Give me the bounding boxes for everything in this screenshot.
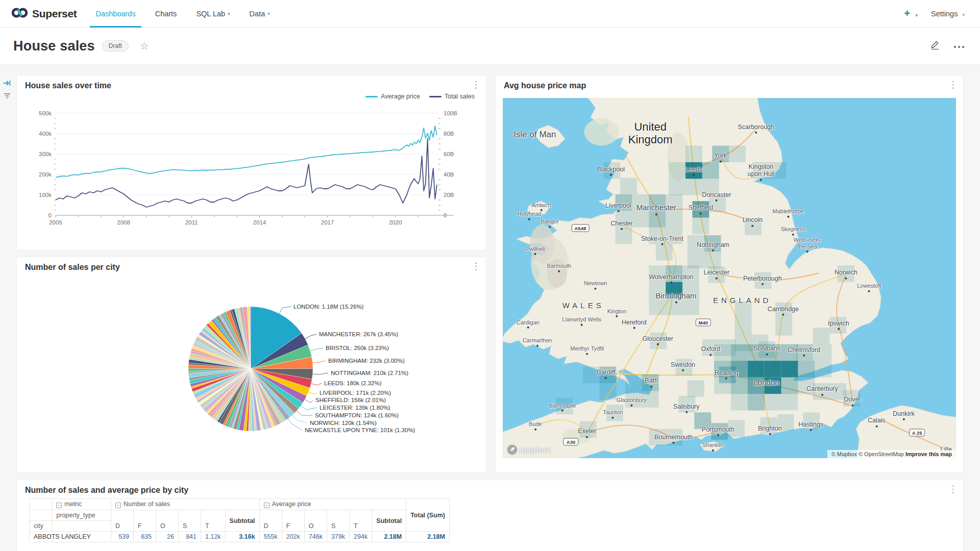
map-label-london: London: [754, 378, 779, 387]
svg-text:2017: 2017: [321, 219, 334, 226]
collapse-icon[interactable]: –: [264, 503, 270, 508]
map-label-cardiff: Cardiff: [597, 369, 616, 379]
row-city: ABBOTS LANGLEY: [30, 532, 111, 542]
more-options-icon[interactable]: [953, 41, 965, 51]
map-label-exeter: Exeter: [578, 428, 596, 438]
map-city-dot: [700, 213, 702, 215]
col-header-o: O: [304, 510, 327, 532]
map-city-dot: [534, 428, 536, 430]
nav-item-charts[interactable]: Charts: [145, 0, 187, 27]
city-header: city: [30, 521, 52, 532]
map-city-dot: [792, 234, 794, 236]
chart-kebab-menu-icon[interactable]: ⋮: [948, 484, 958, 494]
map-city-dot: [760, 179, 762, 181]
table-row[interactable]: ABBOTS LANGLEY539635268411.12k3.16k555k2…: [30, 532, 450, 542]
map-label-chelmsford: Chelmsford: [788, 346, 820, 357]
pie-label-london: LONDON: 1.18M (15.26%): [293, 304, 364, 310]
map-city-dot: [657, 343, 659, 345]
collapse-icon[interactable]: –: [56, 503, 62, 508]
settings-menu[interactable]: Settings ▾: [931, 10, 965, 18]
metric-header: –metric: [52, 499, 111, 510]
map-label-newtown: Newtown: [584, 280, 607, 290]
nav-item-sql-lab[interactable]: SQL Lab▾: [186, 0, 239, 27]
map-city-dot: [616, 315, 618, 317]
timeseries-chart[interactable]: 0100k200k300k400k500k020B40B60B80B100B20…: [24, 105, 478, 249]
map-city-dot: [528, 218, 530, 220]
cell-value: 3.16k: [225, 532, 259, 542]
legend-item-average-price[interactable]: Average price: [365, 93, 420, 100]
cell-value: 26: [156, 532, 179, 542]
expand-filter-bar-icon[interactable]: [3, 79, 11, 89]
map-label-mablethorpe: Mablethorpe: [773, 208, 804, 218]
map-label-calais: Calais: [868, 417, 886, 427]
nav-item-dashboards[interactable]: Dashboards: [86, 0, 145, 27]
col-header-subtotal: Subtotal: [225, 510, 259, 532]
chart-kebab-menu-icon[interactable]: ⋮: [948, 80, 958, 89]
map-label-reading: Reading: [715, 369, 739, 380]
map-label-birmingham: Birmingham: [656, 292, 697, 304]
mapbox-logo[interactable]: mapbox: [507, 444, 551, 455]
map-city-dot: [670, 282, 672, 284]
chart-kebab-menu-icon[interactable]: ⋮: [471, 80, 481, 89]
map-label-barnstaple: Barnstaple: [549, 402, 576, 412]
map-city-dot: [675, 302, 677, 304]
map-label-barmouth: Barmouth: [547, 263, 571, 272]
group-header-average-price: –Average price: [259, 499, 406, 510]
map-label-england: ENGLAND: [713, 296, 772, 305]
pie-label-leeds: LEEDS: 180k (2.32%): [324, 380, 382, 386]
map-city-dot: [810, 429, 812, 431]
new-item-button[interactable]: + ▾: [904, 8, 918, 19]
map-city-dot: [720, 161, 722, 163]
pie-chart[interactable]: LONDON: 1.18M (15.26%)MANCHESTER: 267k (…: [17, 257, 487, 473]
map-label-amlwch: Amlwch: [531, 202, 551, 211]
map-label-chester: Chester: [610, 220, 633, 230]
svg-text:2008: 2008: [117, 219, 130, 226]
map-label-hastings: Hastings: [798, 421, 823, 431]
favorite-star-icon[interactable]: ☆: [140, 40, 149, 52]
map-city-dot: [902, 418, 904, 420]
edit-pencil-icon[interactable]: [930, 40, 940, 52]
col-header-o: O: [156, 510, 179, 532]
svg-text:80B: 80B: [444, 131, 454, 137]
road-shield-a25: A 25: [909, 429, 925, 437]
collapse-icon[interactable]: –: [115, 503, 121, 508]
map-city-dot: [845, 278, 847, 280]
svg-text:100k: 100k: [39, 192, 52, 198]
chevron-down-icon: ▾: [228, 11, 230, 16]
map-city-dot: [787, 215, 789, 217]
svg-text:200k: 200k: [39, 171, 52, 178]
map-label-lincoln: Lincoln: [743, 216, 763, 227]
improve-map-link[interactable]: Improve this map: [905, 451, 952, 457]
map-label-gloucester: Gloucester: [643, 335, 673, 345]
map-label-blackpool: Blackpool: [597, 166, 625, 176]
svg-text:60B: 60B: [444, 151, 454, 157]
cell-value: 841: [179, 532, 201, 542]
map-city-dot: [716, 199, 718, 202]
map-label-dover: Dover: [844, 396, 861, 406]
map-city-dot: [630, 405, 632, 407]
map-city-dot: [536, 344, 538, 346]
map-city-dot: [838, 328, 840, 330]
chevron-down-icon: ▾: [962, 12, 965, 17]
cell-value: 2.18M: [372, 532, 406, 542]
map-city-dot: [595, 288, 597, 290]
legend-item-total-sales[interactable]: Total sales: [429, 93, 475, 100]
map-label-liverpool: Liverpool: [605, 202, 631, 212]
corner-blank: [30, 510, 52, 521]
map-city-dot: [561, 410, 564, 412]
chart-card-house-sales-over-time: House sales over time ⋮ Average priceTot…: [16, 75, 486, 251]
map-city-dot: [782, 314, 784, 316]
svg-text:500k: 500k: [39, 110, 52, 116]
nav-item-data[interactable]: Data▾: [240, 0, 280, 27]
chart-title: House sales over time: [25, 81, 111, 90]
filter-icon[interactable]: [3, 92, 11, 102]
svg-text:2014: 2014: [253, 219, 266, 226]
map-city-dot: [709, 354, 712, 356]
map-city-dot: [673, 442, 675, 444]
map-city-dot: [581, 323, 583, 325]
superset-brand[interactable]: Superset: [0, 0, 86, 27]
map-canvas[interactable]: United KingdomENGLANDWALESIsle of ManSca…: [503, 98, 956, 458]
map-label-wales: WALES: [562, 302, 604, 310]
top-navbar: Superset DashboardsChartsSQL Lab▾Data▾ +…: [0, 0, 980, 28]
chevron-down-icon: ▾: [916, 13, 918, 18]
